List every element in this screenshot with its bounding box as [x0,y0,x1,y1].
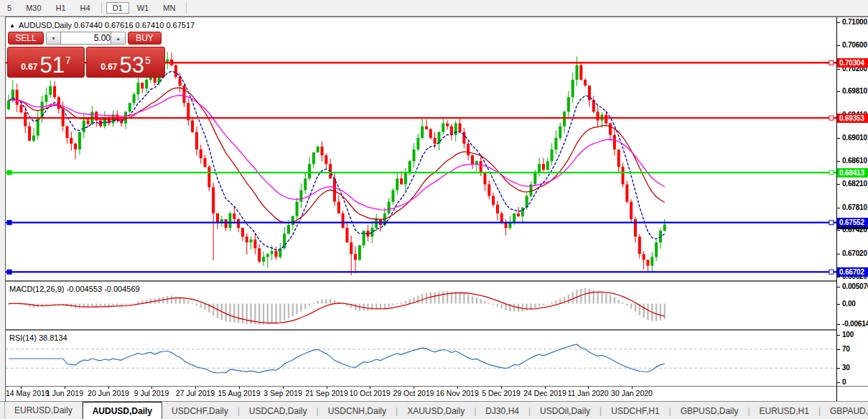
macd-histogram-bar [589,289,590,304]
candle-body [388,202,391,213]
macd-histogram-bar [317,301,318,304]
candle-body [567,97,570,111]
tab-gbpaud-h1[interactable]: GBPAUD,H1 [821,402,868,419]
volume-input[interactable]: 5.00 [60,32,114,45]
tab-eurusd-h1[interactable]: EURUSD,H1 [750,402,818,419]
buy-button[interactable]: BUY [128,32,162,45]
line-handle [829,116,834,120]
tab-xauusd-daily[interactable]: XAUUSD,Daily [398,402,474,419]
tab-usdoil-daily[interactable]: USDOil,Daily [531,402,599,419]
candle-body [304,178,307,190]
date-label: 5 Dec 2019 [482,389,521,397]
candle-body [11,90,14,101]
subwindow-triangle-icon[interactable]: ▲ [9,22,15,29]
candle-body [133,94,136,103]
sell-price-box[interactable]: 0.67 51 7 [7,47,85,78]
chart-ohlc-title: ▲ AUDUSD,Daily 0.67440 0.67616 0.67410 0… [9,21,195,29]
candle-body [78,132,81,149]
macd-histogram-bar [225,304,226,322]
candle-body [83,121,85,132]
macd-histogram-bar [409,299,411,303]
macd-histogram-bar [263,304,264,325]
candle-body [391,190,394,202]
macd-histogram-bar [434,293,435,304]
candle-body [454,124,457,135]
macd-histogram-bar [547,304,549,305]
timeframe-h1[interactable]: H1 [50,2,73,14]
tab-gbpusd-daily[interactable]: GBPUSD,Daily [671,402,748,419]
tab-dj30-h4[interactable]: DJ30,H4 [476,402,528,419]
macd-tick-label: 0.00 [842,300,856,308]
candle-body [225,219,228,228]
date-label: 3 Sep 2019 [263,389,302,397]
candle-body [228,213,231,228]
macd-histogram-bar [371,304,373,310]
macd-histogram-bar [526,304,527,311]
candle-body [416,138,419,149]
macd-histogram-bar [610,295,611,304]
sell-button[interactable]: SELL [8,32,44,45]
rsi-tick-label: 0 [842,378,846,386]
price-tick-label: 0.69010 [842,134,867,142]
macd-histogram-bar [112,304,113,306]
candle-body [291,216,294,225]
candle-body [24,112,27,126]
candle-body [70,138,73,144]
rsi-tick [837,335,840,336]
time-axis[interactable]: 14 May 20191 Jun 201920 Jun 20199 Jul 20… [6,387,836,400]
candle-body [538,164,541,172]
candle-body [87,121,90,124]
volume-down-button[interactable]: ▼ [46,32,61,45]
macd-histogram-bar [183,298,185,303]
macd-histogram-bar [192,303,193,303]
rsi-indicator-pane[interactable] [6,331,836,386]
candle-body [216,213,219,222]
macd-histogram-bar [95,304,97,307]
mt4-terminal: 5M30H1H4D1W1MN 0.710000.706000.702000.69… [0,0,868,419]
candle-body [16,90,19,105]
timeframe-h4[interactable]: H4 [74,2,97,14]
timeframe-5[interactable]: 5 [1,2,18,14]
candle-body [321,147,324,155]
candle-body [345,228,348,242]
macd-histogram-bar [614,298,615,304]
buy-price-big: 53 [120,56,144,75]
tab-eurusd-daily[interactable]: EURUSD,Daily [4,402,83,419]
macd-histogram-bar [284,304,285,321]
macd-histogram-bar [300,304,302,312]
volume-up-button[interactable]: ▲ [111,32,126,45]
macd-histogram-bar [384,304,386,308]
price-tick-label: 0.71000 [842,18,867,26]
candle-body [19,105,22,113]
price-tick [837,138,840,139]
macd-histogram-bar [175,296,177,303]
tab-usdcad-daily[interactable]: USDCAD,Daily [240,402,317,419]
timeframe-mn[interactable]: MN [157,2,182,14]
candle-body [370,228,373,236]
line-handle [829,60,834,65]
tab-audusd-daily[interactable]: AUDUSD,Daily [83,402,162,419]
candle-body [220,219,223,222]
tab-usdchf-daily[interactable]: USDCHF,Daily [162,402,238,419]
line-handle [829,270,834,274]
timeframe-m30[interactable]: M30 [19,2,47,14]
macd-histogram-bar [137,302,139,304]
price-axis[interactable]: 0.710000.706000.702000.698100.694100.690… [837,17,868,386]
candle-body [500,213,503,222]
candle-body [337,202,340,213]
timeframe-d1[interactable]: D1 [106,2,129,14]
candle-body [546,161,549,170]
candle-body [233,213,235,219]
tab-usdchf-h1[interactable]: USDCHF,H1 [602,402,668,419]
timeframe-w1[interactable]: W1 [131,2,156,14]
macd-histogram-bar [643,304,644,318]
tab-usdcnh-daily[interactable]: USDCNH,Daily [319,402,396,419]
macd-histogram-bar [129,304,131,305]
date-label: 15 Aug 2019 [218,389,261,397]
macd-histogram-bar [513,304,515,312]
toolbar-separator [101,2,102,14]
candle-body [57,97,60,109]
macd-histogram-bar [484,301,485,304]
candle-body [65,126,68,138]
buy-price-box[interactable]: 0.67 53 5 [86,47,165,78]
